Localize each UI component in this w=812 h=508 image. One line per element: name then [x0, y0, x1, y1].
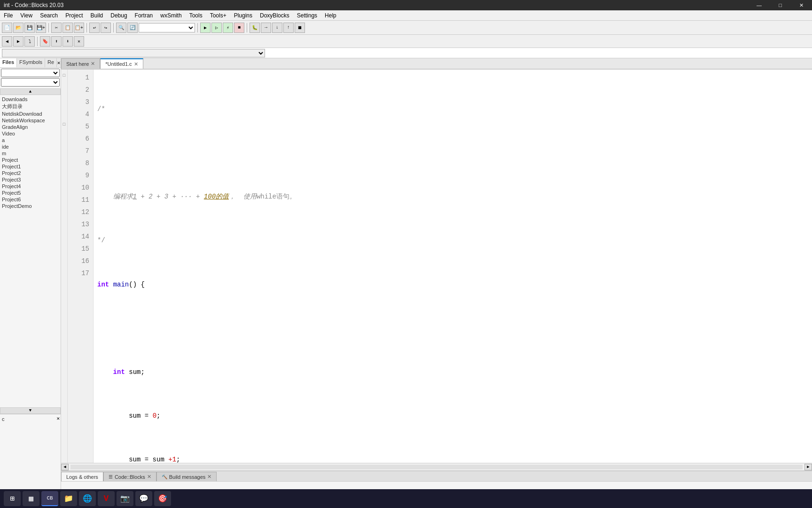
save-button[interactable]: 💾	[24, 23, 35, 33]
menu-doxyblocks[interactable]: DoxyBlocks	[256, 10, 293, 20]
sidebar-tab-re[interactable]: Re	[45, 58, 57, 67]
undo-button[interactable]: ↩	[89, 23, 100, 33]
sidebar-close-button[interactable]: ✕	[57, 58, 61, 67]
forward-button[interactable]: ▶	[13, 36, 23, 47]
taskbar-app-camera[interactable]: 📷	[117, 491, 133, 506]
code-editor[interactable]: □ □ 1 2 3	[61, 70, 812, 463]
step-over-button[interactable]: →	[261, 23, 271, 33]
open-file-button[interactable]: 📂	[13, 23, 23, 33]
scroll-left-button[interactable]: ◀	[61, 464, 69, 470]
tab-untitled[interactable]: *Untitled1.c ✕	[100, 58, 143, 69]
menu-build[interactable]: Build	[87, 10, 107, 20]
tree-item-project4[interactable]: Project4	[1, 183, 60, 190]
taskbar-app-codeblocks[interactable]: CB	[41, 491, 58, 506]
taskbar-app-chat[interactable]: 💬	[135, 491, 152, 506]
build-button[interactable]: ▶	[200, 23, 211, 33]
bottom-tab-logs[interactable]: Logs & others	[61, 472, 103, 481]
tree-item-project-demo[interactable]: ProjectDemo	[1, 203, 60, 209]
tree-item-downloads[interactable]: Downloads	[1, 96, 60, 103]
menu-file[interactable]: File	[0, 10, 16, 20]
tree-item-m[interactable]: m	[1, 150, 60, 157]
tree-item-project2[interactable]: Project2	[1, 170, 60, 176]
replace-button[interactable]: 🔄	[127, 23, 138, 33]
jump-button[interactable]: ⤵	[24, 36, 35, 47]
tree-item-video[interactable]: Video	[1, 130, 60, 137]
tree-item-project6[interactable]: Project6	[1, 196, 60, 203]
taskbar-app-file-explorer[interactable]: 📁	[60, 491, 77, 506]
stop-button[interactable]: ■	[234, 23, 244, 33]
line-num-13: 13	[68, 218, 93, 230]
taskbar-app-v[interactable]: V	[98, 491, 115, 506]
taskbar-app-browser[interactable]: 🌐	[79, 491, 96, 506]
stop-debug-button[interactable]: ⏹	[295, 23, 305, 33]
debug-button[interactable]: 🐛	[250, 23, 260, 33]
tab-untitled-close[interactable]: ✕	[134, 61, 138, 67]
new-file-button[interactable]: 📄	[2, 23, 12, 33]
redo-button[interactable]: ↪	[101, 23, 111, 33]
tree-item-project1[interactable]: Project1	[1, 163, 60, 170]
paste-button[interactable]: 📋+	[74, 23, 84, 33]
back-button[interactable]: ◀	[2, 36, 12, 47]
fold-marker-5[interactable]: □	[62, 119, 67, 131]
bottom-tab-build[interactable]: 🔨 Build messages ✕	[156, 472, 217, 481]
tab-start-here-close[interactable]: ✕	[91, 61, 95, 67]
tree-item-project5[interactable]: Project5	[1, 190, 60, 196]
sidebar-filter-combo-2[interactable]	[1, 78, 60, 87]
sidebar-scroll-up[interactable]: ▲	[0, 88, 61, 95]
tree-item-ide[interactable]: ide	[1, 143, 60, 150]
next-bookmark-button[interactable]: ⬇	[62, 36, 73, 47]
bottom-tab-codeblocks-close[interactable]: ✕	[147, 474, 151, 480]
bottom-tab-codeblocks[interactable]: ☰ Code::Blocks ✕	[103, 472, 156, 481]
menu-debug[interactable]: Debug	[107, 10, 131, 20]
code-content[interactable]: /* 编程求1 + 2 + 3 + ··· + 100的值， 使用while语句…	[94, 70, 812, 463]
search-button[interactable]: 🔍	[116, 23, 126, 33]
taskbar-app-game[interactable]: 🎯	[154, 491, 171, 506]
task-view-button[interactable]: ▦	[23, 491, 39, 506]
menu-wxsmith[interactable]: wxSmith	[156, 10, 185, 20]
scroll-right-button[interactable]: ▶	[804, 464, 812, 470]
horizontal-scrollbar[interactable]: ◀ ▶	[61, 463, 812, 470]
menu-fortran[interactable]: Fortran	[131, 10, 157, 20]
prev-bookmark-button[interactable]: ⬆	[51, 36, 62, 47]
search-combo[interactable]	[139, 23, 195, 32]
tree-item-grade-align[interactable]: GradeAlign	[1, 124, 60, 130]
run-button[interactable]: ▷	[211, 23, 222, 33]
sidebar-tab-fsymbols[interactable]: FSymbols	[17, 58, 45, 67]
maximize-button[interactable]: □	[770, 0, 791, 10]
scrollbar-track[interactable]	[70, 465, 803, 469]
menu-tools-plus[interactable]: Tools+	[206, 10, 230, 20]
menu-plugins[interactable]: Plugins	[230, 10, 256, 20]
sidebar-tab-files[interactable]: Files	[0, 58, 17, 67]
fold-marker-1[interactable]: □	[62, 70, 67, 82]
minimize-button[interactable]: —	[749, 0, 770, 10]
tree-item-a[interactable]: a	[1, 137, 60, 143]
cut-button[interactable]: ✂	[51, 23, 62, 33]
tree-item-project3[interactable]: Project3	[1, 176, 60, 183]
menu-settings[interactable]: Settings	[293, 10, 321, 20]
sidebar-bottom-close-button[interactable]: ✕	[56, 415, 60, 421]
save-all-button[interactable]: 💾+	[36, 23, 46, 33]
build-run-button[interactable]: ⚡	[223, 23, 233, 33]
close-button[interactable]: ✕	[791, 0, 812, 10]
bookmark-button[interactable]: 🔖	[40, 36, 50, 47]
step-into-button[interactable]: ↓	[272, 23, 282, 33]
sidebar-scroll-down[interactable]: ▼	[0, 407, 61, 414]
menu-tools[interactable]: Tools	[186, 10, 206, 20]
clear-bookmarks-button[interactable]: ✕	[74, 36, 84, 47]
menu-search[interactable]: Search	[36, 10, 62, 20]
bottom-tab-build-close[interactable]: ✕	[207, 474, 211, 480]
tab-start-here[interactable]: Start here ✕	[61, 58, 100, 69]
path-selector[interactable]	[2, 49, 265, 57]
tree-item-netdisk-workspace[interactable]: NetdiskWorkspace	[1, 117, 60, 124]
copy-button[interactable]: 📋	[62, 23, 73, 33]
tree-item-netdisk-download[interactable]: NetdiskDownload	[1, 111, 60, 117]
sidebar-filter-combo-1[interactable]	[1, 69, 60, 77]
tree-item-project[interactable]: Project	[1, 157, 60, 163]
start-button[interactable]: ⊞	[4, 491, 21, 506]
menu-help[interactable]: Help	[321, 10, 340, 20]
step-out-button[interactable]: ↑	[283, 23, 294, 33]
menu-view[interactable]: View	[16, 10, 36, 20]
separator-1	[48, 23, 49, 32]
tree-item-master[interactable]: 大师目录	[1, 103, 60, 111]
menu-project[interactable]: Project	[62, 10, 86, 20]
